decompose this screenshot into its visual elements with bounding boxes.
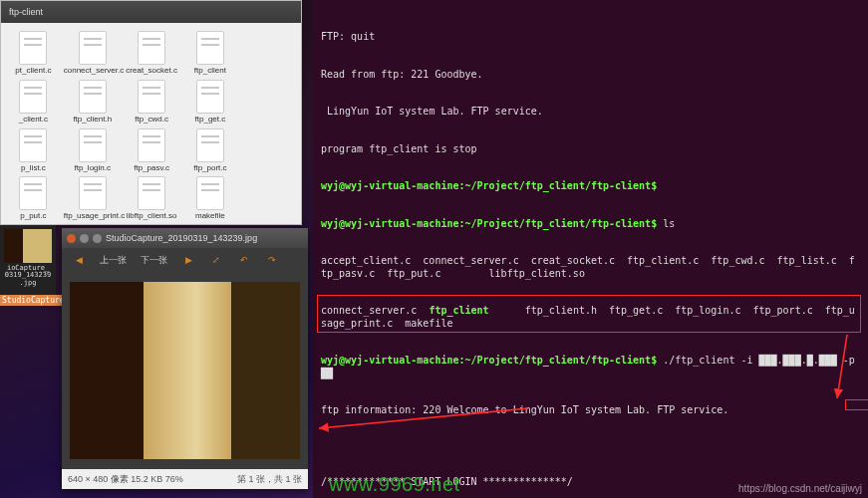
term-line: LingYun IoT system Lab. FTP service. [321,106,860,119]
file-item[interactable]: ftp_cwd.c [124,80,180,124]
file-name: p_list.c [21,164,46,173]
maximize-icon[interactable] [93,234,102,243]
viewer-canvas [62,272,308,469]
terminal-window[interactable]: FTP: quit Read from ftp: 221 Goodbye. Li… [313,0,868,498]
file-icon [196,128,224,162]
file-icon [19,31,47,65]
watermark-9969: www.9969.net [329,473,460,496]
file-name: p_put.c [20,212,46,221]
file-name: ftp_cwd.c [135,116,168,124]
file-icon [79,176,107,210]
file-name: ftp_client [194,67,226,76]
file-item[interactable]: ftp_usage_print.c [64,176,122,221]
file-item[interactable]: ftp_client [182,31,239,76]
term-prompt: wyj@wyj-virtual-machine:~/Project/ftp_cl… [321,180,860,193]
prev-label[interactable]: 上一张 [100,254,127,267]
thumbnail-panel: ioCapture_ 0319_143239 .jpg [0,225,56,295]
file-item[interactable]: creat_socket.c [124,31,180,76]
file-manager-titlebar[interactable]: ftp-client [1,1,301,23]
rotate-right-icon[interactable]: ↷ [265,253,279,267]
term-line: FTP: quit [321,31,860,44]
image-content [70,282,300,459]
file-name: _client.c [19,116,48,124]
next-icon[interactable]: ▶ [181,253,195,267]
file-icon [138,31,165,65]
term-line: Read from ftp: 221 Goodbye. [321,69,860,82]
file-item[interactable]: ftp_pasv.c [124,128,180,173]
next-label[interactable]: 下一张 [141,254,167,267]
image-index: 第 1 张，共 1 张 [237,473,302,486]
file-name: ftp_get.c [195,116,226,124]
file-icon [138,176,165,210]
file-name: ftp_pasv.c [134,164,169,173]
file-name: ftp_login.c [75,164,111,173]
term-line: ftp information: 220 Welcome to LingYun … [321,404,860,417]
thumbnail-image[interactable] [4,229,52,263]
file-icon [79,31,107,65]
minimize-icon[interactable] [80,234,89,243]
file-name: makefile [195,212,225,221]
term-prompt: wyj@wyj-virtual-machine:~/Project/ftp_cl… [321,355,860,379]
folder-title: ftp-client [9,7,43,17]
file-name: pt_client.c [15,67,51,76]
viewer-toolbar: ◀ 上一张 下一张 ▶ ⤢ ↶ ↷ [62,248,308,272]
close-icon[interactable] [67,234,76,243]
file-item[interactable]: libftp_client.so [124,176,180,221]
file-item[interactable]: p_put.c [5,176,62,221]
file-name: ftp_usage_print.c [64,212,122,221]
file-item[interactable]: connect_server.c [64,31,122,76]
file-name: libftp_client.so [127,212,177,221]
zoom-icon[interactable]: ⤢ [209,253,223,267]
viewer-statusbar: 640 × 480 像素 15.2 KB 76% 第 1 张，共 1 张 [62,469,308,489]
file-icon [138,80,165,114]
file-grid: pt_client.cconnect_server.ccreat_socket.… [1,23,301,229]
file-icon [196,31,224,65]
term-line: program ftp_client is stop [321,143,860,156]
image-dimensions: 640 × 480 像素 15.2 KB 76% [68,473,183,486]
viewer-title: StudioCapture_20190319_143239.jpg [106,233,257,243]
file-item[interactable]: pt_client.c [5,31,62,76]
file-name: creat_socket.c [126,67,177,76]
viewer-titlebar[interactable]: StudioCapture_20190319_143239.jpg [62,228,308,248]
file-item[interactable]: _client.c [5,80,62,124]
file-item[interactable]: ftp_login.c [64,128,122,173]
file-manager-window[interactable]: ftp-client pt_client.cconnect_server.ccr… [0,0,302,225]
file-icon [196,80,224,114]
file-icon [19,128,47,162]
watermark-csdn: https://blog.csdn.net/caijiwyj [738,483,862,494]
file-icon [79,128,107,162]
rotate-left-icon[interactable]: ↶ [237,253,251,267]
image-viewer-window[interactable]: StudioCapture_20190319_143239.jpg ◀ 上一张 … [62,228,308,489]
term-prompt: wyj@wyj-virtual-machine:~/Project/ftp_cl… [321,218,860,231]
file-item[interactable]: ftp_client.h [64,80,122,124]
file-icon [79,80,107,114]
file-item[interactable]: ftp_port.c [182,128,239,173]
prev-icon[interactable]: ◀ [72,253,86,267]
file-item[interactable]: p_list.c [5,128,62,173]
file-icon [196,176,224,210]
file-name: ftp_client.h [73,116,112,124]
file-icon [19,80,47,114]
ls-output: accept_client.c connect_server.c creat_s… [321,255,860,280]
file-icon [138,128,165,162]
file-item[interactable]: makefile [182,176,239,221]
file-icon [19,176,47,210]
ls-output: connect_server.c ftp_client ftp_client.h… [321,305,860,330]
file-item[interactable]: ftp_get.c [182,80,239,124]
thumbnail-name: ioCapture_ 0319_143239 .jpg [0,265,56,287]
file-name: connect_server.c [64,67,122,76]
file-name: ftp_port.c [193,164,226,173]
